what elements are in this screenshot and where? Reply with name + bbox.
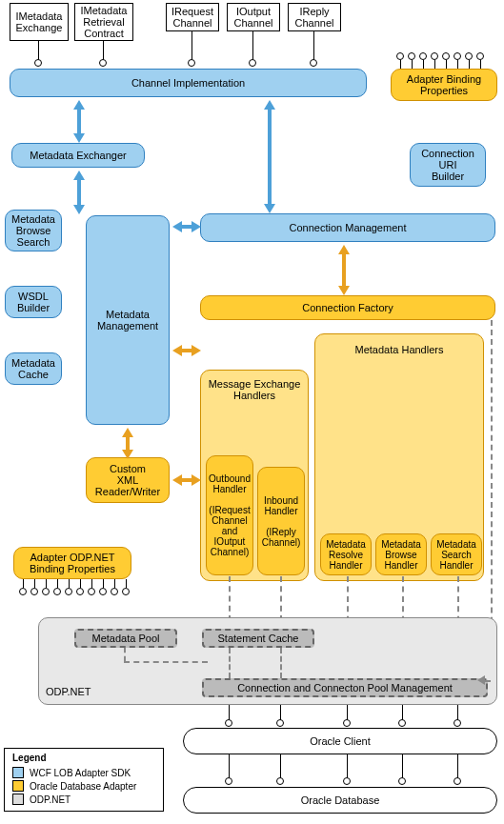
metadata-resolve-handler: Metadata Resolve Handler: [320, 533, 372, 575]
interface-ioutput-channel: IOutput Channel: [227, 3, 280, 31]
odpnet-label: ODP.NET: [46, 686, 91, 697]
metadata-handlers-label: Metadata Handlers: [355, 344, 444, 355]
adapter-odpnet-binding: Adapter ODP.NET Binding Properties: [13, 547, 131, 579]
connection-factory: Connection Factory: [200, 295, 495, 320]
inbound-handler: Inbound Handler (IReply Channel): [257, 467, 305, 575]
legend-oracle-adapter: Oracle Database Adapter: [30, 781, 136, 792]
legend-swatch-gray: [12, 794, 24, 805]
metadata-cache: Metadata Cache: [5, 352, 62, 385]
metadata-exchanger: Metadata Exchanger: [11, 143, 145, 168]
metadata-browse-handler: Metadata Browse Handler: [375, 533, 427, 575]
dashed-connector: [124, 648, 126, 661]
metadata-browse-search: Metadata Browse Search: [5, 210, 62, 251]
adapter-binding-properties: Adapter Binding Properties: [391, 69, 497, 101]
metadata-management: Metadata Management: [86, 215, 170, 425]
metadata-search-handler: Metadata Search Handler: [431, 533, 482, 575]
dashed-connector: [124, 661, 208, 663]
wsdl-builder: WSDL Builder: [5, 286, 62, 318]
statement-cache: Statement Cache: [202, 629, 314, 648]
dashed-connector: [280, 576, 282, 621]
legend-odpnet: ODP.NET: [30, 794, 71, 805]
legend: Legend WCF LOB Adapter SDK Oracle Databa…: [4, 748, 164, 812]
dashed-connector: [229, 648, 231, 678]
oracle-client: Oracle Client: [183, 728, 497, 754]
connection-management: Connection Management: [200, 213, 495, 242]
outbound-handler: Outbound Handler (IRequest Channel and I…: [206, 455, 253, 575]
oracle-database: Oracle Database: [183, 787, 497, 814]
legend-swatch-orange: [12, 780, 24, 792]
dashed-connector: [280, 648, 282, 678]
interface-ireply-channel: IReply Channel: [288, 3, 341, 31]
legend-swatch-blue: [12, 767, 24, 778]
connection-uri-builder: Connection URI Builder: [410, 143, 486, 187]
metadata-pool: Metadata Pool: [74, 629, 177, 648]
interface-imetadata-retrieval: IMetadata Retrieval Contract: [74, 3, 133, 41]
interface-irequest-channel: IRequest Channel: [166, 3, 219, 31]
interface-imetadata-exchange: IMetadata Exchange: [10, 3, 69, 41]
message-exchange-handlers-label: Message Exchange Handlers: [209, 378, 301, 401]
channel-implementation: Channel Implementation: [10, 69, 367, 97]
legend-wcf: WCF LOB Adapter SDK: [30, 768, 131, 778]
dashed-connector: [229, 576, 231, 621]
custom-xml-reader-writer: Custom XML Reader/Writer: [86, 457, 170, 503]
legend-title: Legend: [12, 753, 155, 763]
connection-pool-mgmt: Connection and Connecton Pool Management: [202, 678, 488, 697]
